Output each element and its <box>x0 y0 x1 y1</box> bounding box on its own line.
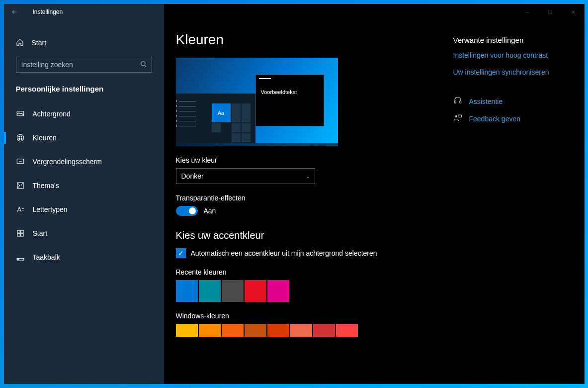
help-link[interactable]: Feedback geven <box>453 113 573 124</box>
search-input[interactable] <box>16 57 152 73</box>
svg-point-4 <box>21 136 22 137</box>
sidebar-item-themes[interactable]: Thema's <box>4 174 164 197</box>
recent-color-swatch[interactable] <box>267 280 289 302</box>
sidebar-item-background[interactable]: Achtergrond <box>4 102 164 126</box>
nav-list: AchtergrondKleurenVergrendelingsschermTh… <box>4 102 164 269</box>
svg-rect-7 <box>17 159 24 164</box>
sidebar-item-label: Lettertypen <box>33 205 68 213</box>
sidebar-item-colors[interactable]: Kleuren <box>4 126 164 150</box>
sidebar-item-label: Start <box>33 229 48 237</box>
related-heading: Verwante instellingen <box>453 36 573 44</box>
lock-screen-icon <box>16 157 25 166</box>
window-controls: ─ ☐ ✕ <box>516 4 585 20</box>
help-group: AssistentieFeedback geven <box>453 96 573 124</box>
windows-color-swatch[interactable] <box>313 324 335 337</box>
svg-rect-11 <box>17 234 20 236</box>
svg-rect-16 <box>459 101 461 103</box>
aside: Verwante instellingen Instellingen voor … <box>453 32 573 384</box>
sidebar-item-label: Vergrendelingsscherm <box>33 158 102 166</box>
preview-tiles: Aa <box>212 103 251 142</box>
chevron-down-icon: ⌄ <box>306 174 310 179</box>
windows-color-swatch[interactable] <box>267 324 289 337</box>
person-chat-icon <box>453 113 462 124</box>
svg-rect-9 <box>17 230 20 233</box>
recent-colors-label: Recente kleuren <box>176 268 433 276</box>
back-button[interactable] <box>4 4 25 20</box>
home-label: Start <box>32 39 47 47</box>
category-heading: Persoonlijke instellingen <box>4 81 164 102</box>
recent-color-swatch[interactable] <box>245 280 266 302</box>
content: Kleuren Aa Voorbeeldtekst Kies uw kleur … <box>176 32 433 384</box>
sidebar-item-start[interactable]: Start <box>4 221 164 245</box>
minimize-button[interactable]: ─ <box>516 4 539 20</box>
recent-color-swatch[interactable] <box>199 280 221 302</box>
help-link-label: Feedback geven <box>469 115 521 123</box>
svg-point-17 <box>455 115 457 118</box>
windows-color-swatch[interactable] <box>199 324 221 337</box>
svg-point-6 <box>21 138 22 139</box>
themes-icon <box>16 181 25 190</box>
preview-tile-main: Aa <box>212 103 231 122</box>
recent-color-swatch[interactable] <box>222 280 244 302</box>
transparency-value: Aan <box>204 207 216 215</box>
svg-point-5 <box>18 138 19 139</box>
svg-point-3 <box>18 136 19 137</box>
recent-colors-row <box>176 280 433 302</box>
home-link[interactable]: Start <box>4 33 164 53</box>
sidebar-item-label: Achtergrond <box>33 110 71 118</box>
help-link-label: Assistentie <box>469 97 503 105</box>
preview-sample-text: Voorbeeldtekst <box>261 89 297 95</box>
sidebar-item-fonts[interactable]: Lettertypen <box>4 197 164 221</box>
svg-point-2 <box>17 134 24 141</box>
background-icon <box>16 109 25 118</box>
colors-icon <box>16 133 25 142</box>
search-wrap <box>4 53 164 81</box>
sidebar-item-lock-screen[interactable]: Vergrendelingsscherm <box>4 150 164 174</box>
sidebar-item-label: Taakbalk <box>33 253 60 261</box>
choose-color-label: Kies uw kleur <box>176 156 433 164</box>
sidebar: Start Persoonlijke instellingen Achtergr… <box>4 4 164 384</box>
sidebar-item-taskbar[interactable]: Taakbalk <box>4 245 164 269</box>
link-high-contrast[interactable]: Instellingen voor hoog contrast <box>453 51 573 59</box>
start-icon <box>16 229 25 238</box>
preview-window: Voorbeeldtekst <box>255 75 324 126</box>
main: Kleuren Aa Voorbeeldtekst Kies uw kleur … <box>164 4 585 384</box>
fonts-icon <box>16 205 25 214</box>
home-icon <box>16 38 24 48</box>
windows-colors-row <box>176 324 433 337</box>
window-title: Instellingen <box>25 8 63 15</box>
choose-color-value: Donker <box>181 172 204 180</box>
windows-color-swatch[interactable] <box>245 324 266 337</box>
link-sync-settings[interactable]: Uw instellingen synchroniseren <box>453 68 573 76</box>
auto-accent-label: Automatisch een accentkleur uit mijn ach… <box>191 249 377 257</box>
svg-rect-18 <box>458 115 461 117</box>
svg-rect-12 <box>20 234 23 236</box>
svg-rect-14 <box>17 259 18 260</box>
windows-color-swatch[interactable] <box>290 324 312 337</box>
theme-preview: Aa Voorbeeldtekst <box>176 58 338 146</box>
windows-color-swatch[interactable] <box>336 324 358 337</box>
titlebar: Instellingen ─ ☐ ✕ <box>4 4 585 20</box>
maximize-button[interactable]: ☐ <box>539 4 562 20</box>
close-button[interactable]: ✕ <box>562 4 585 20</box>
sidebar-item-label: Kleuren <box>33 134 57 142</box>
windows-color-swatch[interactable] <box>176 324 198 337</box>
svg-rect-10 <box>20 230 23 233</box>
choose-color-select[interactable]: Donker ⌄ <box>176 168 315 184</box>
transparency-toggle[interactable] <box>176 206 198 216</box>
sidebar-item-label: Thema's <box>33 182 59 190</box>
recent-color-swatch[interactable] <box>176 280 198 302</box>
svg-rect-15 <box>454 101 456 103</box>
page-title: Kleuren <box>176 32 433 48</box>
headset-icon <box>453 96 462 106</box>
accent-heading: Kies uw accentkleur <box>176 230 433 241</box>
help-link[interactable]: Assistentie <box>453 96 573 106</box>
windows-color-swatch[interactable] <box>222 324 244 337</box>
settings-window: Instellingen ─ ☐ ✕ Start Persoonlijke in… <box>4 4 585 384</box>
auto-accent-checkbox[interactable]: ✓ <box>176 248 186 258</box>
preview-taskbar <box>176 143 338 146</box>
windows-colors-label: Windows-kleuren <box>176 312 433 320</box>
transparency-label: Transparantie-effecten <box>176 194 433 202</box>
taskbar-icon <box>16 253 25 262</box>
